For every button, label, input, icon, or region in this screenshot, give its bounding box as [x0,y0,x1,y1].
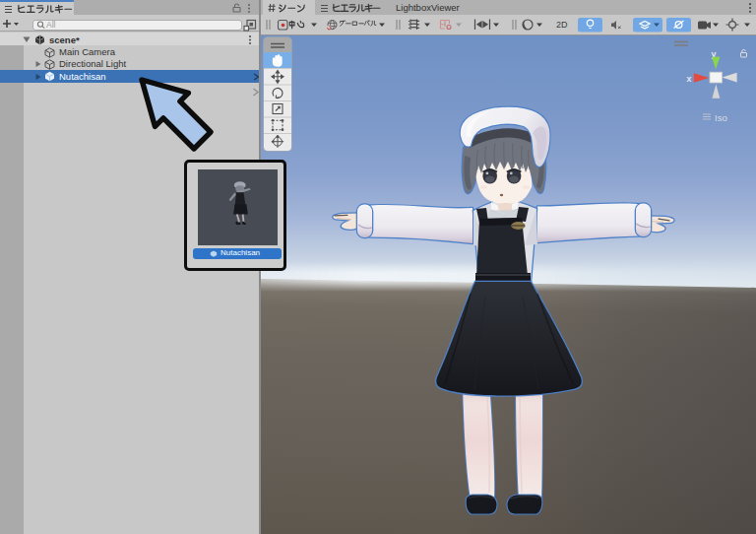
svg-text:2D: 2D [556,20,568,30]
svg-text:Iso: Iso [715,112,727,123]
svg-text:x: x [687,74,692,84]
